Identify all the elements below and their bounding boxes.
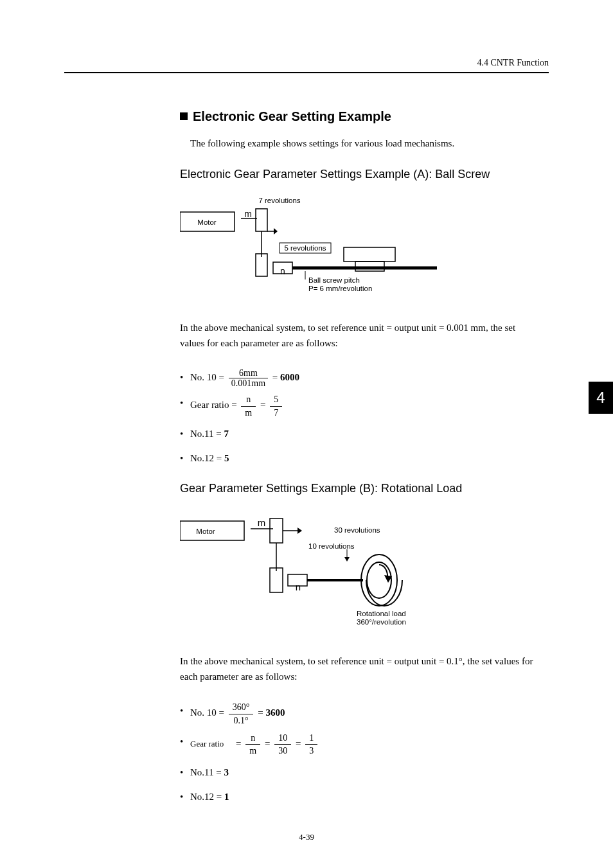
- no10-label-b: No. 10: [190, 708, 217, 718]
- n-label: n: [280, 266, 285, 276]
- no10-val: 6000: [280, 372, 299, 382]
- no10-num-b: 360°: [229, 701, 254, 714]
- gear-eq1-b: =: [236, 738, 244, 748]
- bullet-a-no10: No. 10 = 6mm 0.001mm = 6000: [180, 368, 542, 388]
- svg-rect-10: [344, 247, 395, 261]
- svg-marker-17: [298, 527, 302, 534]
- gear-num2-b: 10: [274, 732, 291, 745]
- no10-val-b: 3600: [265, 708, 285, 718]
- no12-val: 5: [224, 453, 229, 463]
- bullet-b-no12: No.12 = 1: [180, 787, 542, 806]
- gear-n-b: n: [245, 732, 260, 745]
- rot-label-2: 360°/revolution: [357, 618, 406, 626]
- no10-label: No. 10 =: [190, 372, 227, 382]
- no11-val-b: 3: [224, 767, 229, 777]
- gear-label: Gear ratio: [190, 400, 229, 411]
- motor-label-b: Motor: [196, 527, 215, 535]
- example-b-title: Gear Parameter Settings Example (B): Rot…: [180, 482, 542, 495]
- svg-rect-2: [256, 209, 267, 231]
- ten-rev-label: 10 revolutions: [308, 542, 355, 550]
- example-a-bullets: No. 10 = 6mm 0.001mm = 6000 Gear ratio =…: [180, 368, 542, 468]
- gear-m-b: m: [245, 745, 260, 757]
- no11-val: 7: [224, 429, 229, 439]
- gear-eq2-b: =: [265, 738, 272, 748]
- no11-label-b: No.11 =: [190, 767, 224, 777]
- bullet-a-no11: No.11 = 7: [180, 424, 542, 443]
- svg-rect-6: [256, 254, 267, 276]
- example-b-bullets: No. 10 = 360° 0.1° = 3600 Gear ratio = n…: [180, 701, 542, 806]
- ball-screw-svg: Motor m 7 revolutions n 5 revolutions: [180, 193, 456, 302]
- bullet-a-gear: Gear ratio = n m = 5 7: [180, 393, 542, 419]
- no10-eq-b: =: [258, 708, 265, 718]
- gear-den3-b: 3: [305, 745, 317, 757]
- example-b-para: In the above mechanical system, to set r…: [180, 653, 542, 684]
- svg-marker-4: [274, 228, 278, 235]
- no10-eq: =: [272, 372, 280, 382]
- gear-num3-b: 1: [305, 732, 317, 745]
- svg-rect-21: [270, 568, 283, 592]
- page-number: 4-39: [0, 832, 613, 842]
- section-title: Electronic Gear Setting Example: [180, 109, 542, 124]
- no10-den: 0.001mm: [229, 378, 268, 388]
- no12-label-b: No.12 =: [190, 792, 224, 802]
- diagram-ball-screw: Motor m 7 revolutions n 5 revolutions: [180, 193, 542, 305]
- bullet-b-no11: No.11 = 3: [180, 763, 542, 782]
- gear-den2-b: 30: [274, 745, 291, 757]
- motor-label: Motor: [197, 218, 217, 226]
- m-label: m: [244, 209, 252, 219]
- no10-num: 6mm: [229, 368, 268, 378]
- gear-eq1: =: [231, 400, 239, 411]
- gear-m: m: [241, 407, 256, 419]
- section-title-text: Electronic Gear Setting Example: [193, 109, 391, 123]
- no12-label: No.12 =: [190, 453, 224, 463]
- square-bullet-icon: [180, 112, 188, 120]
- example-a-title: Electronic Gear Parameter Settings Examp…: [180, 168, 542, 181]
- rot-label-1: Rotational load: [357, 610, 406, 617]
- seven-rev-label: 7 revolutions: [258, 197, 300, 204]
- m-label-b: m: [258, 517, 266, 528]
- gear-n: n: [241, 393, 256, 406]
- gear-label-b: Gear ratio: [190, 739, 224, 748]
- bullet-b-gear: Gear ratio = n m = 10 30 = 1 3: [180, 732, 542, 757]
- bullet-b-no10: No. 10 = 360° 0.1° = 3600: [180, 701, 542, 727]
- header-rule: [64, 72, 549, 73]
- five-rev-label: 5 revolutions: [284, 244, 326, 252]
- gear-eq3-b: =: [296, 738, 303, 748]
- no10-eq0-b: =: [219, 708, 227, 718]
- svg-rect-15: [270, 518, 283, 543]
- diagram-rotational-load: Motor m 30 revolutions 10 revolutions n: [180, 507, 542, 638]
- svg-marker-20: [344, 557, 350, 562]
- section-intro: The following example shows settings for…: [190, 136, 542, 151]
- pitch-label-2: P= 6 mm/revolution: [308, 285, 372, 292]
- no10-den-b: 0.1°: [229, 714, 254, 727]
- thirty-rev-label: 30 revolutions: [334, 526, 380, 534]
- pitch-label-1: Ball screw pitch: [308, 276, 360, 284]
- gear-num: 5: [270, 393, 282, 406]
- gear-eq2: =: [260, 400, 268, 411]
- bullet-a-no12: No.12 = 5: [180, 448, 542, 468]
- page-header-right: 4.4 CNTR Function: [477, 58, 549, 68]
- no11-label: No.11 =: [190, 429, 224, 439]
- gear-den: 7: [270, 407, 282, 419]
- rotational-svg: Motor m 30 revolutions 10 revolutions n: [180, 507, 475, 635]
- chapter-tab: 4: [589, 382, 613, 414]
- n-label-b: n: [296, 581, 301, 592]
- no12-val-b: 1: [224, 792, 229, 802]
- example-a-para: In the above mechanical system, to set r…: [180, 320, 542, 351]
